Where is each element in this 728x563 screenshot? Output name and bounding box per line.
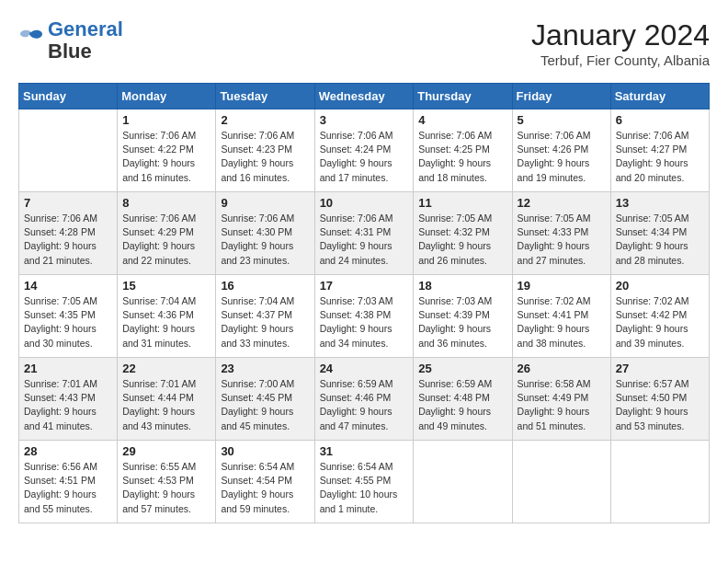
day-detail: Sunrise: 6:54 AMSunset: 4:55 PMDaylight:…: [320, 460, 409, 516]
calendar-cell: [19, 109, 118, 192]
day-number: 16: [221, 279, 309, 293]
calendar-cell: [414, 441, 512, 523]
day-number: 14: [24, 279, 112, 293]
column-header-saturday: Saturday: [610, 84, 709, 109]
day-detail: Sunrise: 7:06 AMSunset: 4:24 PMDaylight:…: [320, 129, 409, 185]
calendar-cell: 17Sunrise: 7:03 AMSunset: 4:38 PMDayligh…: [314, 275, 414, 358]
calendar-table: SundayMondayTuesdayWednesdayThursdayFrid…: [18, 83, 710, 523]
calendar-cell: 10Sunrise: 7:06 AMSunset: 4:31 PMDayligh…: [314, 192, 414, 275]
calendar-title: January 2024: [531, 18, 710, 52]
calendar-week-row: 7Sunrise: 7:06 AMSunset: 4:28 PMDaylight…: [19, 192, 710, 275]
day-detail: Sunrise: 7:01 AMSunset: 4:44 PMDaylight:…: [122, 377, 210, 433]
day-detail: Sunrise: 7:03 AMSunset: 4:38 PMDaylight:…: [320, 294, 409, 350]
calendar-cell: 29Sunrise: 6:55 AMSunset: 4:53 PMDayligh…: [118, 441, 216, 523]
column-header-sunday: Sunday: [19, 84, 118, 109]
day-number: 6: [616, 113, 704, 127]
calendar-cell: 12Sunrise: 7:05 AMSunset: 4:33 PMDayligh…: [512, 192, 610, 275]
day-number: 12: [518, 196, 606, 210]
calendar-week-row: 14Sunrise: 7:05 AMSunset: 4:35 PMDayligh…: [19, 275, 710, 358]
logo-text: GeneralBlue: [48, 18, 123, 63]
day-detail: Sunrise: 7:06 AMSunset: 4:27 PMDaylight:…: [616, 129, 704, 185]
day-number: 8: [122, 196, 210, 210]
day-detail: Sunrise: 7:06 AMSunset: 4:25 PMDaylight:…: [418, 129, 506, 185]
day-detail: Sunrise: 7:01 AMSunset: 4:43 PMDaylight:…: [24, 377, 112, 433]
day-number: 5: [518, 113, 606, 127]
calendar-cell: 20Sunrise: 7:02 AMSunset: 4:42 PMDayligh…: [610, 275, 709, 358]
day-detail: Sunrise: 7:06 AMSunset: 4:28 PMDaylight:…: [24, 212, 112, 268]
day-number: 2: [221, 113, 309, 127]
day-detail: Sunrise: 7:05 AMSunset: 4:33 PMDaylight:…: [518, 212, 606, 268]
day-number: 17: [320, 279, 409, 293]
calendar-cell: 2Sunrise: 7:06 AMSunset: 4:23 PMDaylight…: [216, 109, 314, 192]
column-header-friday: Friday: [512, 84, 610, 109]
day-detail: Sunrise: 7:06 AMSunset: 4:31 PMDaylight:…: [320, 212, 409, 268]
day-detail: Sunrise: 7:06 AMSunset: 4:22 PMDaylight:…: [122, 129, 210, 185]
day-number: 25: [418, 362, 506, 375]
day-detail: Sunrise: 6:59 AMSunset: 4:46 PMDaylight:…: [320, 377, 409, 433]
calendar-cell: 3Sunrise: 7:06 AMSunset: 4:24 PMDaylight…: [314, 109, 414, 192]
day-detail: Sunrise: 7:06 AMSunset: 4:30 PMDaylight:…: [221, 212, 309, 268]
day-detail: Sunrise: 7:02 AMSunset: 4:41 PMDaylight:…: [518, 294, 606, 350]
calendar-cell: 30Sunrise: 6:54 AMSunset: 4:54 PMDayligh…: [216, 441, 314, 523]
day-detail: Sunrise: 7:06 AMSunset: 4:23 PMDaylight:…: [221, 129, 309, 185]
calendar-cell: 5Sunrise: 7:06 AMSunset: 4:26 PMDaylight…: [512, 109, 610, 192]
calendar-cell: 8Sunrise: 7:06 AMSunset: 4:29 PMDaylight…: [118, 192, 216, 275]
day-detail: Sunrise: 7:00 AMSunset: 4:45 PMDaylight:…: [221, 377, 309, 433]
day-number: 9: [221, 196, 309, 210]
column-header-wednesday: Wednesday: [314, 84, 414, 109]
day-detail: Sunrise: 7:02 AMSunset: 4:42 PMDaylight:…: [616, 294, 704, 350]
day-detail: Sunrise: 6:56 AMSunset: 4:51 PMDaylight:…: [24, 460, 112, 516]
day-detail: Sunrise: 7:05 AMSunset: 4:32 PMDaylight:…: [418, 212, 506, 268]
day-detail: Sunrise: 7:04 AMSunset: 4:36 PMDaylight:…: [122, 294, 210, 350]
calendar-cell: 19Sunrise: 7:02 AMSunset: 4:41 PMDayligh…: [512, 275, 610, 358]
day-detail: Sunrise: 6:54 AMSunset: 4:54 PMDaylight:…: [221, 460, 309, 516]
calendar-cell: 22Sunrise: 7:01 AMSunset: 4:44 PMDayligh…: [118, 358, 216, 441]
calendar-cell: [610, 441, 709, 523]
column-header-tuesday: Tuesday: [216, 84, 314, 109]
calendar-cell: 1Sunrise: 7:06 AMSunset: 4:22 PMDaylight…: [118, 109, 216, 192]
page-header: GeneralBlue January 2024 Terbuf, Fier Co…: [18, 18, 710, 68]
calendar-cell: 28Sunrise: 6:56 AMSunset: 4:51 PMDayligh…: [19, 441, 118, 523]
calendar-cell: 7Sunrise: 7:06 AMSunset: 4:28 PMDaylight…: [19, 192, 118, 275]
column-header-monday: Monday: [118, 84, 216, 109]
day-detail: Sunrise: 7:05 AMSunset: 4:35 PMDaylight:…: [24, 294, 112, 350]
calendar-week-row: 28Sunrise: 6:56 AMSunset: 4:51 PMDayligh…: [19, 441, 710, 523]
day-detail: Sunrise: 7:06 AMSunset: 4:29 PMDaylight:…: [122, 212, 210, 268]
day-number: 28: [24, 444, 112, 458]
calendar-week-row: 21Sunrise: 7:01 AMSunset: 4:43 PMDayligh…: [19, 358, 710, 441]
day-number: 7: [24, 196, 112, 210]
day-detail: Sunrise: 6:59 AMSunset: 4:48 PMDaylight:…: [418, 377, 506, 433]
calendar-cell: 11Sunrise: 7:05 AMSunset: 4:32 PMDayligh…: [414, 192, 512, 275]
day-number: 29: [122, 444, 210, 458]
day-number: 22: [122, 362, 210, 375]
day-detail: Sunrise: 7:06 AMSunset: 4:26 PMDaylight:…: [518, 129, 606, 185]
calendar-cell: 27Sunrise: 6:57 AMSunset: 4:50 PMDayligh…: [610, 358, 709, 441]
calendar-cell: 21Sunrise: 7:01 AMSunset: 4:43 PMDayligh…: [19, 358, 118, 441]
calendar-cell: 26Sunrise: 6:58 AMSunset: 4:49 PMDayligh…: [512, 358, 610, 441]
calendar-cell: 6Sunrise: 7:06 AMSunset: 4:27 PMDaylight…: [610, 109, 709, 192]
day-detail: Sunrise: 7:03 AMSunset: 4:39 PMDaylight:…: [418, 294, 506, 350]
day-number: 23: [221, 362, 309, 375]
day-number: 21: [24, 362, 112, 375]
day-detail: Sunrise: 6:55 AMSunset: 4:53 PMDaylight:…: [122, 460, 210, 516]
calendar-cell: 18Sunrise: 7:03 AMSunset: 4:39 PMDayligh…: [414, 275, 512, 358]
day-number: 11: [418, 196, 506, 210]
calendar-cell: 9Sunrise: 7:06 AMSunset: 4:30 PMDaylight…: [216, 192, 314, 275]
title-block: January 2024 Terbuf, Fier County, Albani…: [531, 18, 710, 68]
column-header-thursday: Thursday: [414, 84, 512, 109]
calendar-cell: 23Sunrise: 7:00 AMSunset: 4:45 PMDayligh…: [216, 358, 314, 441]
day-number: 26: [518, 362, 606, 375]
day-number: 27: [616, 362, 704, 375]
day-number: 1: [122, 113, 210, 127]
calendar-cell: [512, 441, 610, 523]
day-number: 4: [418, 113, 506, 127]
day-number: 20: [616, 279, 704, 293]
calendar-subtitle: Terbuf, Fier County, Albania: [531, 52, 710, 68]
calendar-week-row: 1Sunrise: 7:06 AMSunset: 4:22 PMDaylight…: [19, 109, 710, 192]
logo: GeneralBlue: [18, 18, 123, 63]
day-number: 15: [122, 279, 210, 293]
calendar-cell: 13Sunrise: 7:05 AMSunset: 4:34 PMDayligh…: [610, 192, 709, 275]
day-number: 3: [320, 113, 409, 127]
calendar-cell: 15Sunrise: 7:04 AMSunset: 4:36 PMDayligh…: [118, 275, 216, 358]
day-number: 13: [616, 196, 704, 210]
